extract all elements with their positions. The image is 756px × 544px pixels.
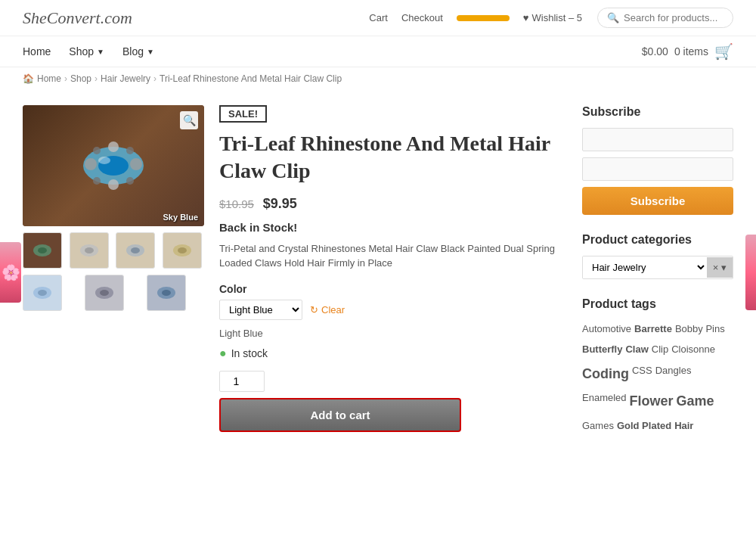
breadcrumb-category[interactable]: Hair Jewelry — [101, 73, 150, 84]
color-section: Color Light Blue Clear Sky Blue Dark Blu… — [219, 283, 559, 320]
subscribe-name-input[interactable] — [582, 128, 733, 151]
chevron-down-icon: ▼ — [97, 48, 104, 56]
add-to-cart-button[interactable]: Add to cart — [219, 398, 461, 432]
stock-status: Back in Stock! — [219, 221, 559, 234]
breadcrumb-shop[interactable]: Shop — [70, 73, 91, 84]
color-select[interactable]: Light Blue Clear Sky Blue Dark Blue — [219, 300, 302, 320]
tag-link[interactable]: Barrette — [634, 320, 672, 337]
product-categories-section: Product categories Hair Jewelry × ▾ — [582, 233, 733, 279]
tag-link[interactable]: Flower — [630, 389, 674, 413]
sky-blue-label: Sky Blue — [163, 213, 198, 222]
header: SheConvert.com Cart Checkout ♥ Wishlist … — [0, 0, 756, 36]
tag-link[interactable]: Cloisonne — [671, 340, 715, 358]
sale-badge: SALE! — [219, 105, 267, 123]
checkout-link[interactable]: Checkout — [401, 12, 443, 23]
thumbnail-6[interactable] — [85, 275, 124, 311]
logo: SheConvert.com — [23, 8, 132, 27]
cart-total: $0.00 — [642, 45, 668, 58]
thumbnail-2[interactable] — [70, 232, 109, 269]
tag-link[interactable]: Bobby Pins — [675, 320, 725, 337]
old-price: $10.95 — [219, 197, 254, 210]
thumbnail-3[interactable] — [116, 232, 155, 269]
svg-point-18 — [178, 247, 187, 253]
search-input[interactable] — [624, 12, 723, 23]
thumbnail-7[interactable] — [147, 275, 186, 311]
svg-point-9 — [93, 177, 101, 185]
main-content: Sky Blue 🔍 — [0, 90, 756, 449]
right-edge-decoration — [745, 235, 756, 310]
search-box: 🔍 — [597, 8, 733, 28]
product-description: Tri-Petal and Crystal Rhinestones Metal … — [219, 241, 559, 271]
main-image-inner — [23, 105, 204, 226]
svg-point-3 — [85, 158, 97, 170]
breadcrumb-sep: › — [153, 73, 156, 84]
svg-point-16 — [131, 247, 140, 253]
cart-items-count: 0 items — [674, 45, 708, 58]
clear-button[interactable]: ↻ Clear — [310, 304, 345, 316]
tags-title: Product tags — [582, 297, 733, 311]
tag-link[interactable]: Dangles — [655, 362, 692, 386]
subscribe-email-input[interactable] — [582, 157, 733, 181]
cart-info: $0.00 0 items 🛒 — [642, 42, 733, 61]
breadcrumb-home[interactable]: Home — [37, 73, 61, 84]
svg-point-14 — [85, 247, 94, 253]
tag-link[interactable]: Hair — [674, 417, 693, 434]
breadcrumb-sep: › — [64, 73, 67, 84]
sidebar: Subscribe Subscribe Product categories H… — [582, 105, 733, 434]
color-label: Color — [219, 283, 559, 295]
wishlist-link[interactable]: ♥ Wishlist – 5 — [523, 12, 582, 23]
product-tags-section: Product tags Automotive Barrette Bobby P… — [582, 297, 733, 434]
tag-link[interactable]: Claw — [625, 340, 648, 358]
tag-link[interactable]: Automotive — [582, 320, 631, 337]
heart-icon: ♥ — [523, 12, 529, 23]
category-select-row: Hair Jewelry × ▾ — [582, 256, 733, 279]
svg-point-12 — [38, 247, 47, 253]
thumbnail-4[interactable] — [163, 232, 202, 269]
tag-link[interactable]: Enameled — [582, 389, 627, 413]
zoom-icon[interactable]: 🔍 — [180, 111, 198, 129]
quantity-input[interactable] — [219, 371, 265, 392]
tag-link[interactable]: Game — [677, 389, 714, 413]
breadcrumb: 🏠 Home › Shop › Hair Jewelry › Tri-Leaf … — [0, 67, 756, 90]
nav-shop[interactable]: Shop ▼ — [69, 45, 104, 58]
side-flower-decoration: 🌸 — [0, 242, 21, 303]
subscribe-button[interactable]: Subscribe — [582, 187, 733, 215]
thumbnail-5[interactable] — [23, 275, 62, 311]
logo-area: SheConvert.com — [23, 8, 354, 28]
tag-link[interactable]: Coding — [582, 362, 629, 386]
nav-blog[interactable]: Blog ▼ — [122, 45, 154, 58]
product-gem-svg — [68, 135, 159, 196]
svg-point-8 — [126, 147, 134, 154]
tags-cloud: Automotive Barrette Bobby Pins Butterfly… — [582, 320, 733, 434]
svg-point-20 — [38, 290, 47, 296]
progress-bar — [457, 15, 510, 21]
product-main-image[interactable]: Sky Blue 🔍 — [23, 105, 204, 226]
search-icon: 🔍 — [607, 12, 619, 23]
product-images: Sky Blue 🔍 — [23, 105, 204, 434]
tag-link[interactable]: Clip — [652, 340, 668, 358]
cart-icon[interactable]: 🛒 — [714, 42, 733, 61]
instock-icon: ● — [219, 347, 227, 360]
cart-link[interactable]: Cart — [369, 12, 388, 23]
qty-add-row: Add to cart — [219, 371, 559, 432]
color-row: Light Blue Clear Sky Blue Dark Blue ↻ Cl… — [219, 300, 559, 320]
instock-label: In stock — [231, 347, 268, 359]
category-select[interactable]: Hair Jewelry — [583, 256, 707, 278]
category-clear-button[interactable]: × ▾ — [707, 257, 733, 278]
tag-link[interactable]: Butterfly — [582, 340, 622, 358]
tag-link[interactable]: Games — [582, 417, 614, 434]
thumbnail-grid-row2 — [23, 275, 204, 311]
tag-link[interactable]: Gold Plated — [617, 417, 671, 434]
product-details: SALE! Tri-Leaf Rhinestone And Metal Hair… — [219, 105, 559, 434]
breadcrumb-current: Tri-Leaf Rhinestone And Metal Hair Claw … — [160, 73, 342, 84]
home-icon: 🏠 — [23, 73, 34, 84]
svg-point-5 — [108, 141, 119, 152]
breadcrumb-sep: › — [94, 73, 98, 84]
svg-point-2 — [98, 157, 110, 164]
svg-point-22 — [100, 290, 109, 296]
thumbnail-1[interactable] — [23, 232, 62, 269]
nav-home[interactable]: Home — [23, 45, 51, 58]
tag-link[interactable]: CSS — [632, 362, 652, 386]
product-title: Tri-Leaf Rhinestone And Metal Hair Claw … — [219, 130, 559, 185]
new-price: $9.95 — [263, 196, 297, 211]
